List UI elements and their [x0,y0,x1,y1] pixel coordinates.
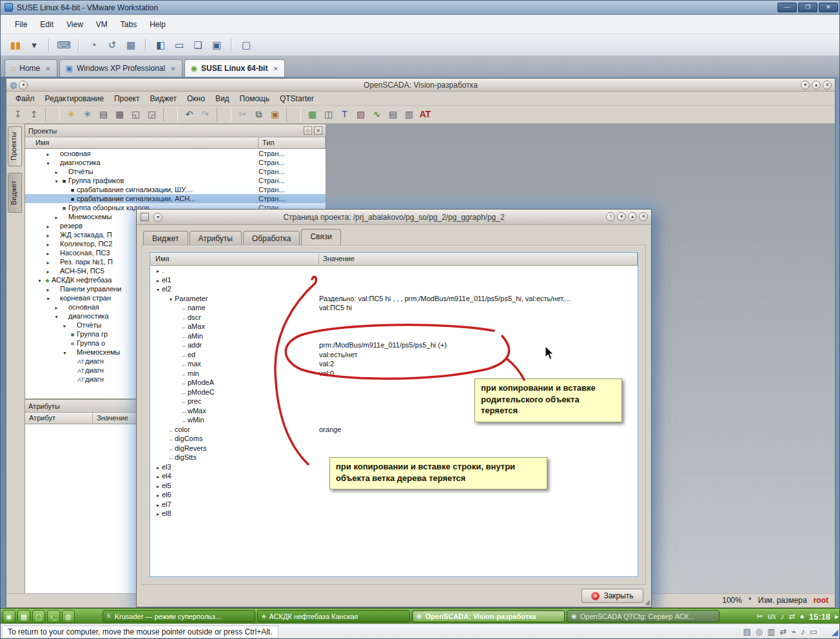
link-tree-row[interactable]: –digRevers [150,444,638,453]
toolbar-icon[interactable] [163,107,178,122]
dock-tab[interactable]: Виджет [8,173,22,213]
toolbar-icon[interactable] [286,107,301,122]
link-tree-row[interactable]: –max val:2 [150,359,638,369]
console-view-button[interactable]: ▭ [171,37,188,54]
project-tree-row[interactable]: ▸основная Стран... [25,149,326,158]
frame-size-icon[interactable]: ◲ [144,107,159,122]
close-button[interactable]: ✕ [639,212,648,221]
menu-item[interactable]: Tabs [114,17,143,32]
floppy-status-icon[interactable]: ▥ [767,627,775,636]
column-name[interactable]: Имя [150,253,319,266]
fullscreen-button[interactable]: ❏ [190,37,206,54]
keyboard-layout-indicator[interactable]: us [768,612,776,621]
column-name[interactable]: Имя [25,137,259,149]
toolbar-icon[interactable] [217,107,231,122]
protocol-widget-icon[interactable]: ▤ [386,107,400,122]
snapshot-manager-button[interactable]: ▦ [122,37,139,54]
toolbar-icon[interactable] [45,107,60,122]
media-widget-icon[interactable]: ▨ [353,107,368,122]
link-tree-row[interactable]: ▸el1 [150,275,638,285]
text-widget-icon[interactable]: T [337,107,352,122]
network-tray-icon[interactable]: ⇄ [788,612,795,621]
desktop-pager[interactable]: ▦ [17,610,30,623]
menu-item[interactable]: Окно [182,92,210,105]
db-load-icon[interactable]: ↧ [10,107,25,122]
document-widget-icon[interactable]: ▥ [402,107,416,122]
link-tree-row[interactable]: –aMax [150,322,638,331]
dialog-tab[interactable]: Обработка [243,231,300,245]
power-pause-button[interactable]: ▮▮ [7,37,24,54]
usb-status-icon[interactable]: ⌁ [791,627,796,636]
maximize-button[interactable]: ❐ [798,3,817,12]
volume-icon[interactable]: ♪ [780,612,784,621]
column-value[interactable]: Значение [319,253,638,266]
dialog-tab[interactable]: Виджет [143,231,188,245]
expand-arrow[interactable]: ▸ [154,510,162,520]
link-tree-row[interactable]: –name val:ПС5 hi [150,303,638,313]
show-sidebar-button[interactable]: ◧ [152,37,169,54]
toolbar-icon[interactable] [78,39,79,52]
column-type[interactable]: Тип [259,137,326,149]
link-tree-row[interactable]: –addr prm:/ModBus/m911e_011/ps5/ps5_hi (… [150,340,638,350]
printer-status-icon[interactable]: ▭ [810,627,817,636]
maximize-button[interactable]: ▴ [628,212,637,221]
klipper-icon[interactable]: ✂ [757,612,763,621]
task-button[interactable]: ◉ OpenSCADA QTCfg: Сервер АСК... [567,610,719,622]
link-tree-row[interactable]: –color orange [150,425,638,435]
browser-launcher[interactable]: ◍ [62,610,75,623]
del-page-icon[interactable]: ▦ [112,107,127,122]
minimize-button[interactable]: — [777,3,797,12]
shade-button[interactable]: ▾ [801,81,810,90]
grid-icon[interactable]: ▦ [305,107,320,122]
link-tree-row[interactable]: –dscr [150,313,638,322]
paste-icon[interactable]: ▣ [268,107,282,122]
link-tree-row[interactable]: ▸el8 [150,509,638,518]
vm-tab[interactable]: ◉ SUSE Linux 64-bit ✕ [184,59,285,77]
show-desktop-button[interactable]: ▢ [32,610,45,623]
db-save-icon[interactable]: ↥ [26,107,41,122]
unity-button[interactable]: ▢ [238,37,255,54]
task-button[interactable]: ♣ АСКДК нефтебаза Канская [257,610,410,622]
link-tree-row[interactable]: ▾Parameter Раздельно: val:ПС5 hi , , , p… [150,294,638,304]
close-button[interactable]: ✕ [823,81,832,90]
link-tree-row[interactable]: ▾el2 [150,284,638,294]
menu-item[interactable]: Edit [34,17,60,32]
task-button[interactable]: ◉ OpenSCADA: Vision-разработка [412,610,565,622]
power-options-caret[interactable]: ▾ [26,37,43,54]
menu-item[interactable]: Редактирование [40,92,109,105]
task-button[interactable]: K Krusader — режим суперпольз... [103,610,255,622]
resize-grip[interactable]: ◢ [645,598,650,605]
run-vision-icon[interactable]: ✳ [64,107,79,122]
project-tree-row[interactable]: ▸Отчёты Стран... [25,167,326,176]
vm-tab[interactable]: ▣ Windows XP Professional ✕ [59,59,182,77]
link-tree-row[interactable]: –min val:0 [150,369,638,378]
quick-switch-button[interactable]: ▣ [208,37,225,54]
tab-close-icon[interactable]: ✕ [271,65,278,72]
project-tree-row[interactable]: ▾■Группа графиков Стран... [25,176,326,185]
sound-status-icon[interactable]: ♪ [801,627,805,636]
link-tree-row[interactable]: ▸. [150,266,638,275]
project-tree-row[interactable]: ■срабатывание сигнализации, АСН... Стран… [25,194,326,203]
konsole-launcher[interactable]: ›_ [47,610,60,623]
link-tree-row[interactable]: ▸el6 [150,490,638,500]
send-ctrl-alt-del-button[interactable]: ⌨ [55,37,72,54]
function-value-icon[interactable]: AT [418,107,433,122]
copy-icon[interactable]: ⧉ [251,107,266,122]
element-figure-icon[interactable]: ◫ [321,107,336,122]
menu-item[interactable]: Вид [210,92,235,105]
updates-tray-icon[interactable]: ● [799,612,804,621]
column-attribute[interactable]: Атрибут [25,413,93,424]
dialog-tab[interactable]: Связи [301,229,341,245]
project-tree-row[interactable]: ■срабатывание сигнализации, ШУ,... Стран… [25,185,326,194]
float-panel-button[interactable]: ◇ [304,126,312,135]
menu-item[interactable]: QTStarter [275,92,319,105]
redo-icon[interactable]: ↷ [198,107,213,122]
close-panel-button[interactable]: ✕ [314,126,322,135]
link-tree-row[interactable]: ▸el7 [150,500,638,509]
network-status-icon[interactable]: ⇄ [779,627,786,636]
vm-tab[interactable]: ⌂ Home ✕ [5,59,57,77]
shade-button[interactable]: ▾ [617,212,626,221]
menu-item[interactable]: Проект [109,92,145,105]
tab-close-icon[interactable]: ✕ [44,65,50,72]
cdrom-status-icon[interactable]: ◎ [756,627,763,636]
